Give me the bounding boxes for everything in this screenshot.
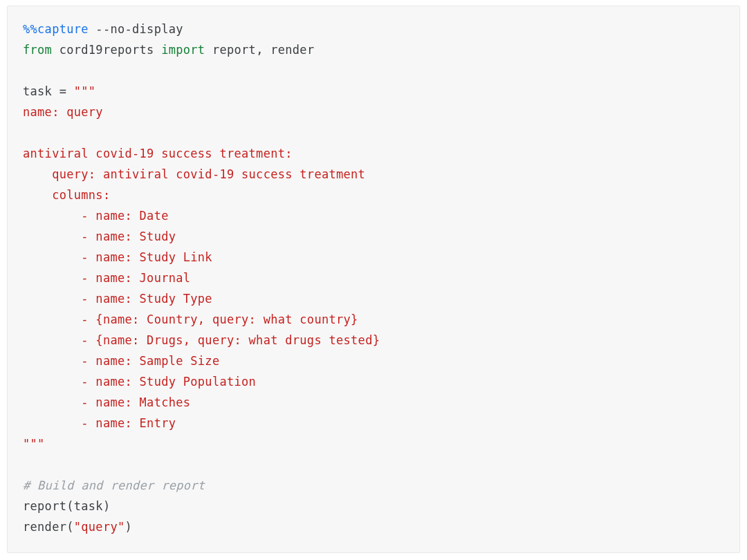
keyword-import: import	[161, 43, 205, 57]
call-render-arg: "query"	[74, 520, 125, 534]
keyword-from: from	[23, 43, 52, 57]
string-line: - name: Matches	[23, 395, 190, 409]
module-name: cord19reports	[52, 43, 161, 57]
string-line: antiviral covid-19 success treatment:	[23, 147, 293, 160]
string-line: - {name: Country, query: what country}	[23, 312, 358, 326]
variable-name: task	[23, 84, 59, 98]
magic-args: --no-display	[89, 22, 183, 36]
string-line: - name: Study Population	[23, 375, 256, 389]
string-line: - {name: Drugs, query: what drugs tested…	[23, 333, 380, 347]
string-line: - name: Study	[23, 230, 176, 243]
string-line: query: antiviral covid-19 success treatm…	[23, 167, 365, 181]
string-line: - name: Sample Size	[23, 354, 219, 368]
string-open: """	[66, 84, 95, 98]
operator-equals: =	[59, 84, 67, 98]
string-line: - name: Entry	[23, 416, 176, 430]
call-report: report(task)	[23, 499, 110, 513]
string-line: - name: Study Type	[23, 292, 212, 306]
string-close: """	[23, 437, 45, 451]
string-line: - name: Journal	[23, 271, 190, 285]
magic-command: %%capture	[23, 22, 89, 36]
string-line: name: query	[23, 105, 103, 119]
string-line: - name: Date	[23, 209, 169, 223]
call-render-post: )	[125, 520, 133, 534]
string-line: columns:	[23, 188, 110, 202]
import-names: report, render	[205, 43, 314, 57]
comment: # Build and render report	[23, 478, 205, 492]
call-render-pre: render(	[23, 520, 74, 534]
code-cell[interactable]: %%capture --no-display from cord19report…	[7, 6, 740, 553]
string-line: - name: Study Link	[23, 250, 212, 264]
